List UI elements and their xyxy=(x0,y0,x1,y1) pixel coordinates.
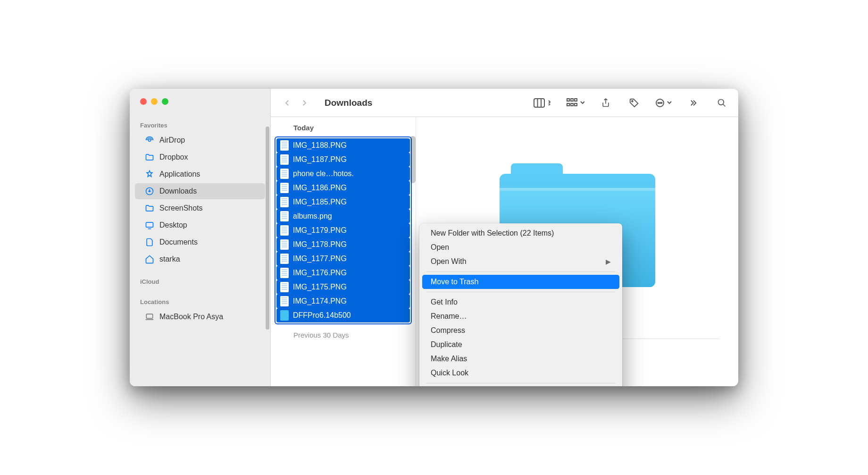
sidebar-scrollbar[interactable] xyxy=(266,127,269,330)
forward-button[interactable] xyxy=(297,96,311,110)
sidebar-item-label: Downloads xyxy=(159,187,197,195)
svg-point-11 xyxy=(632,100,633,102)
menu-item-label: New Folder with Selection (22 Items) xyxy=(431,229,554,238)
file-item[interactable]: DFFPro6.14b500 xyxy=(276,308,410,322)
svg-rect-3 xyxy=(146,314,152,318)
group-button[interactable] xyxy=(567,96,584,110)
sidebar-item-label: AirDrop xyxy=(159,136,185,144)
sidebar-item-label: ScreenShots xyxy=(159,204,203,212)
sidebar-item-label: Documents xyxy=(159,238,198,246)
menu-item[interactable]: Quick Look xyxy=(422,366,619,380)
svg-rect-2 xyxy=(146,222,153,227)
close-button[interactable] xyxy=(140,98,147,105)
document-icon xyxy=(144,237,155,247)
sidebar-item-desktop[interactable]: Desktop xyxy=(135,217,265,233)
view-columns-button[interactable] xyxy=(534,96,552,110)
sidebar-item-macbook[interactable]: MacBook Pro Asya xyxy=(135,309,265,325)
file-item-label: phone cle…hotos. xyxy=(293,170,354,178)
svg-point-0 xyxy=(149,139,151,142)
sidebar-item-home[interactable]: starka xyxy=(135,251,265,267)
menu-item[interactable]: Duplicate xyxy=(422,338,619,352)
sidebar-item-downloads[interactable]: Downloads xyxy=(135,183,265,199)
sidebar-item-label: Applications xyxy=(159,170,200,178)
svg-rect-10 xyxy=(575,103,577,106)
file-item[interactable]: phone cle…hotos. xyxy=(276,167,410,181)
home-icon xyxy=(144,254,155,264)
file-item[interactable]: IMG_1179.PNG xyxy=(276,223,410,238)
menu-item[interactable]: Compress xyxy=(422,323,619,338)
airdrop-icon xyxy=(144,135,155,145)
menu-item[interactable]: Rename… xyxy=(422,309,619,323)
file-item-label: IMG_1186.PNG xyxy=(293,184,347,192)
file-item[interactable]: IMG_1187.PNG xyxy=(276,153,410,167)
window-controls xyxy=(130,98,270,105)
sidebar-item-screenshots[interactable]: ScreenShots xyxy=(135,200,265,216)
sidebar-item-applications[interactable]: Applications xyxy=(135,166,265,182)
menu-item[interactable]: New Folder with Selection (22 Items) xyxy=(422,226,619,240)
tag-button[interactable] xyxy=(627,96,641,110)
sidebar-item-airdrop[interactable]: AirDrop xyxy=(135,132,265,148)
svg-point-16 xyxy=(718,99,724,105)
file-item[interactable]: albums.png xyxy=(276,209,410,223)
menu-item[interactable]: Open xyxy=(422,240,619,254)
folder-icon xyxy=(144,152,155,162)
downloads-icon xyxy=(144,186,155,196)
share-button[interactable] xyxy=(599,96,613,110)
back-button[interactable] xyxy=(280,96,294,110)
menu-item-move-to-trash[interactable]: Move to Trash xyxy=(422,275,619,289)
svg-point-13 xyxy=(658,102,659,103)
search-button[interactable] xyxy=(715,96,729,110)
file-item[interactable]: IMG_1175.PNG xyxy=(276,280,410,294)
image-thumbnail-icon xyxy=(280,169,289,179)
menu-item[interactable]: Open With▶ xyxy=(422,254,619,269)
file-item-label: IMG_1178.PNG xyxy=(293,240,347,249)
svg-rect-9 xyxy=(571,103,573,106)
menu-item[interactable]: Make Alias xyxy=(422,352,619,366)
menu-divider xyxy=(426,292,616,292)
fullscreen-button[interactable] xyxy=(162,98,168,105)
menu-item[interactable]: Get Info xyxy=(422,295,619,309)
sidebar: Favorites AirDrop Dropbox Applications D… xyxy=(130,89,270,386)
image-thumbnail-icon xyxy=(280,239,289,250)
sidebar-item-label: starka xyxy=(159,255,180,263)
laptop-icon xyxy=(144,312,155,322)
file-item[interactable]: IMG_1177.PNG xyxy=(276,252,410,266)
sidebar-item-label: Dropbox xyxy=(159,153,188,161)
file-item[interactable]: IMG_1174.PNG xyxy=(276,294,410,308)
column-scrollbar[interactable] xyxy=(410,136,416,183)
file-item-label: IMG_1176.PNG xyxy=(293,269,347,277)
image-thumbnail-icon xyxy=(280,268,289,278)
file-item[interactable]: IMG_1176.PNG xyxy=(276,266,410,280)
file-item-label: IMG_1185.PNG xyxy=(293,198,347,206)
file-item-label: albums.png xyxy=(293,212,332,221)
file-item[interactable]: IMG_1186.PNG xyxy=(276,181,410,195)
svg-point-15 xyxy=(661,102,662,103)
overflow-button[interactable] xyxy=(686,96,701,110)
file-list-selection: IMG_1188.PNGIMG_1187.PNGphone cle…hotos.… xyxy=(275,136,412,324)
sidebar-item-dropbox[interactable]: Dropbox xyxy=(135,149,265,165)
svg-rect-8 xyxy=(567,103,569,106)
svg-rect-7 xyxy=(575,99,577,101)
menu-item-label: Move to Trash xyxy=(431,278,478,286)
file-item[interactable]: IMG_1185.PNG xyxy=(276,195,410,209)
context-menu: New Folder with Selection (22 Items)Open… xyxy=(419,223,622,386)
menu-item-label: Compress xyxy=(431,326,465,335)
file-item[interactable]: IMG_1178.PNG xyxy=(276,238,410,252)
sidebar-section-locations: Locations xyxy=(130,298,270,305)
file-item[interactable]: IMG_1188.PNG xyxy=(276,138,410,153)
menu-divider xyxy=(426,271,616,272)
list-section-header-2: Previous 30 Days xyxy=(271,324,416,344)
svg-point-14 xyxy=(659,102,660,103)
more-button[interactable] xyxy=(655,96,672,110)
chevron-right-icon: ▶ xyxy=(606,258,611,265)
sidebar-item-documents[interactable]: Documents xyxy=(135,234,265,250)
minimize-button[interactable] xyxy=(151,98,158,105)
menu-item-label: Make Alias xyxy=(431,355,467,363)
file-item-label: IMG_1175.PNG xyxy=(293,283,347,291)
menu-item-label: Duplicate xyxy=(431,340,462,349)
menu-item-label: Open With xyxy=(431,257,467,266)
image-thumbnail-icon xyxy=(280,211,289,221)
menu-divider xyxy=(426,383,616,383)
menu-item-label: Quick Look xyxy=(431,369,468,377)
sidebar-item-label: Desktop xyxy=(159,221,187,229)
